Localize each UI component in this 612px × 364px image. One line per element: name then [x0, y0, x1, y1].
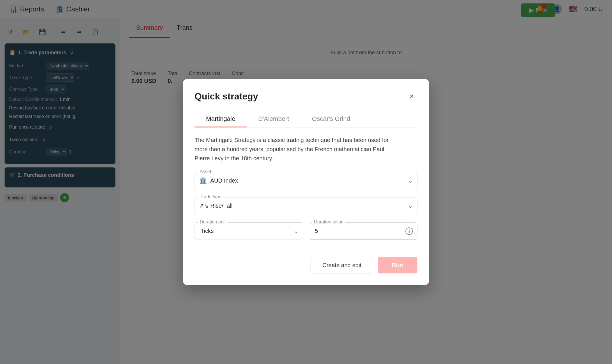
duration-unit-label: Duration unit	[198, 219, 227, 225]
trade-type-form-label: Trade type	[198, 194, 223, 199]
modal-run-button[interactable]: Run	[378, 257, 417, 273]
duration-unit-select-wrapper: Ticks ⌄	[195, 222, 303, 239]
duration-value-label: Duration value	[312, 219, 345, 225]
trade-type-select-wrapper: ↗↘ Rise/Fall ⌄	[195, 197, 417, 214]
trade-type-form-group: Trade type ↗↘ Rise/Fall ⌄	[195, 197, 417, 214]
info-circle-icon: ℹ	[405, 227, 413, 235]
modal-overlay[interactable]: Quick strategy × Martingale D'Alembert O…	[0, 0, 612, 364]
duration-row-form: Duration unit Ticks ⌄ Duration value	[195, 222, 417, 248]
create-edit-button[interactable]: Create and edit	[311, 257, 373, 273]
asset-flag-icon: 🏛️	[199, 177, 207, 184]
trade-type-form-select[interactable]: Rise/Fall	[195, 197, 417, 214]
tab-oscars-grind[interactable]: Oscar's Grind	[301, 111, 362, 127]
duration-unit-form-group: Duration unit Ticks ⌄	[195, 222, 303, 239]
trade-type-arrows-icon: ↗↘	[199, 202, 209, 209]
duration-value-form-group: Duration value ℹ	[309, 222, 417, 240]
duration-unit-group: Duration unit Ticks ⌄	[195, 222, 303, 248]
quick-strategy-modal: Quick strategy × Martingale D'Alembert O…	[183, 79, 429, 285]
modal-footer: Create and edit Run	[195, 257, 417, 273]
duration-value-group: Duration value ℹ	[309, 222, 417, 248]
asset-form-group: Asset 🏛️ AUD Index ⌄	[195, 172, 417, 189]
tab-dalembert[interactable]: D'Alembert	[247, 111, 301, 127]
tab-martingale[interactable]: Martingale	[195, 111, 247, 127]
modal-close-button[interactable]: ×	[406, 91, 417, 102]
asset-select-wrapper: 🏛️ AUD Index ⌄	[195, 172, 417, 189]
duration-info-icon[interactable]: ℹ	[405, 227, 413, 235]
modal-header: Quick strategy ×	[195, 91, 417, 102]
duration-value-input[interactable]	[309, 222, 417, 240]
strategy-description: The Martingale Strategy is a classic tra…	[195, 135, 395, 163]
asset-select[interactable]: AUD Index	[195, 172, 417, 189]
asset-label: Asset	[198, 169, 213, 174]
strategy-tabs: Martingale D'Alembert Oscar's Grind	[195, 111, 417, 127]
duration-input-wrapper: ℹ	[309, 222, 417, 240]
duration-unit-select[interactable]: Ticks	[195, 222, 303, 239]
modal-title: Quick strategy	[195, 91, 258, 102]
